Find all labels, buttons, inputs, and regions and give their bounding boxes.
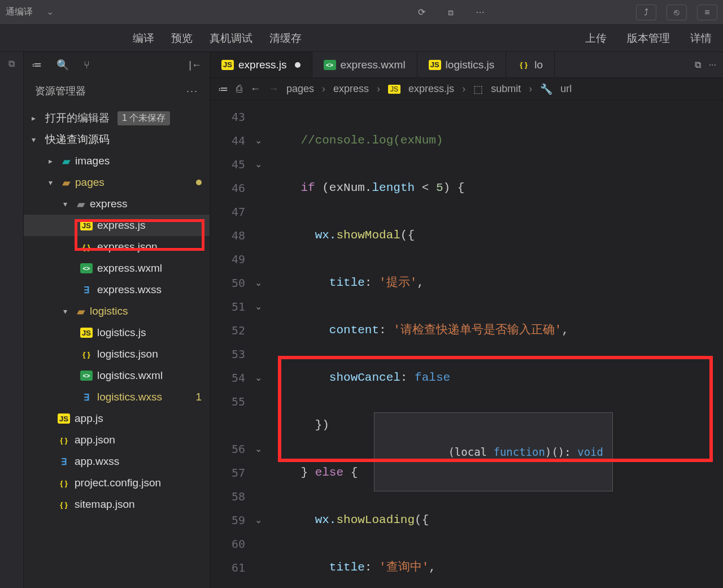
breadcrumb-sep: › bbox=[462, 83, 465, 95]
tab-label: lo bbox=[534, 59, 543, 71]
refresh-icon[interactable]: ⟳ bbox=[412, 3, 430, 21]
tree-folder-logistics[interactable]: ▾ ▰ logistics bbox=[24, 300, 210, 322]
menu-real-debug[interactable]: 真机调试 bbox=[210, 31, 252, 46]
unsaved-badge: 1 个未保存 bbox=[117, 111, 170, 125]
device-icon[interactable]: ⧉ bbox=[0, 52, 23, 76]
more-tabs-icon[interactable]: ··· bbox=[709, 60, 716, 70]
file-label: logistics.json bbox=[97, 348, 158, 360]
tree-file-app-json[interactable]: { } app.json bbox=[24, 429, 210, 451]
file-label: express.json bbox=[97, 241, 158, 253]
window-titlebar: 通编译 ⌄ ⟳ ⧈ ⋯ ⤴ ⎋ ≡ bbox=[0, 0, 723, 25]
chevron-down-icon: ▾ bbox=[49, 178, 58, 187]
crumb-express[interactable]: express bbox=[333, 83, 369, 95]
json-file-icon: { } bbox=[58, 478, 70, 488]
json-file-icon: { } bbox=[80, 242, 93, 252]
open-editors-label: 打开的编辑器 bbox=[45, 111, 110, 125]
folder-open-icon: ▰ bbox=[77, 198, 85, 211]
js-file-icon: JS bbox=[80, 328, 93, 338]
menu-compile[interactable]: 编译 bbox=[133, 31, 154, 46]
json-file-icon: { } bbox=[58, 499, 70, 509]
tab-lo-json[interactable]: { } lo bbox=[506, 52, 555, 77]
file-label: project.config.json bbox=[75, 477, 161, 489]
branch-icon[interactable]: ⑂ bbox=[84, 59, 90, 71]
more-icon[interactable]: ⋯ bbox=[471, 3, 489, 21]
breadcrumb-bar: ≔ ⎙ ← → pages › express › JS express.js … bbox=[210, 78, 723, 101]
file-label: logistics.wxml bbox=[97, 369, 163, 382]
explorer-sidebar: ≔ 🔍 ⑂ |← 资源管理器 ··· ▸ 打开的编辑器 1 个未保存 ▾ 快递查… bbox=[24, 52, 210, 588]
collapse-icon[interactable]: |← bbox=[189, 59, 202, 71]
fold-icon[interactable]: ⌄ bbox=[250, 437, 267, 461]
tree-folder-images[interactable]: ▸ ▰ images bbox=[24, 150, 210, 172]
nav-back-icon[interactable]: ← bbox=[250, 83, 260, 95]
tab-label: express.js bbox=[238, 59, 287, 71]
tree-folder-pages[interactable]: ▾ ▰ pages bbox=[24, 172, 210, 193]
wxss-file-icon: ∃ bbox=[80, 285, 93, 295]
tree-file-project-config[interactable]: { } project.config.json bbox=[24, 472, 210, 494]
tree-file-express-wxml[interactable]: <> express.wxml bbox=[24, 258, 210, 279]
outline-icon[interactable]: ≔ bbox=[218, 83, 228, 95]
action-box-icon[interactable]: ⎋ bbox=[667, 5, 687, 20]
chevron-down-icon: ▾ bbox=[32, 135, 41, 144]
code-content[interactable]: //console.log(exNum) if (exNum.length < … bbox=[267, 101, 723, 588]
search-icon[interactable]: 🔍 bbox=[56, 59, 69, 71]
menu-detail[interactable]: 详情 bbox=[690, 31, 712, 46]
dropdown-icon[interactable]: ⌄ bbox=[46, 6, 54, 18]
fold-icon[interactable]: ⌄ bbox=[250, 129, 267, 153]
fold-icon[interactable]: ⌄ bbox=[250, 271, 267, 295]
tree-root[interactable]: ▾ 快递查询源码 bbox=[24, 129, 210, 150]
chevron-right-icon: ▸ bbox=[32, 114, 41, 123]
tree-file-logistics-js[interactable]: JS logistics.js bbox=[24, 322, 210, 343]
wxml-file-icon: <> bbox=[80, 371, 93, 381]
fold-icon[interactable]: ⌄ bbox=[250, 508, 267, 532]
tree-file-express-wxss[interactable]: ∃ express.wxss bbox=[24, 279, 210, 300]
fold-icon[interactable]: ⌄ bbox=[250, 366, 267, 390]
explorer-title: 资源管理器 bbox=[35, 84, 86, 98]
menu-clear-cache[interactable]: 清缓存 bbox=[269, 31, 302, 46]
menu-upload[interactable]: 上传 bbox=[585, 31, 607, 46]
code-editor[interactable]: 43 44 45 46 47 48 49 50 51 52 53 54 55 5… bbox=[210, 101, 723, 588]
fold-column: ⌄ ⌄ ⌄ ⌄ ⌄ ⌄ ⌄ bbox=[250, 101, 267, 588]
wxml-file-icon: <> bbox=[324, 60, 336, 70]
folder-open-icon: ▰ bbox=[77, 305, 85, 318]
folder-icon: ▰ bbox=[62, 155, 71, 168]
upload-box-icon[interactable]: ⤴ bbox=[636, 5, 656, 20]
explorer-more-icon[interactable]: ··· bbox=[186, 85, 198, 97]
nav-forward-icon[interactable]: → bbox=[268, 83, 278, 95]
layers-icon[interactable]: ⧈ bbox=[442, 3, 460, 21]
file-tree: ▸ 打开的编辑器 1 个未保存 ▾ 快递查询源码 ▸ ▰ images ▾ ▰ … bbox=[24, 104, 210, 515]
crumb-url[interactable]: url bbox=[560, 83, 572, 95]
fold-icon[interactable]: ⌄ bbox=[250, 295, 267, 319]
menu-preview[interactable]: 预览 bbox=[171, 31, 193, 46]
crumb-file[interactable]: express.js bbox=[408, 83, 454, 95]
hover-tooltip: (local function)(): void bbox=[374, 412, 613, 491]
chevron-down-icon: ▾ bbox=[63, 307, 72, 316]
file-label: express.wxss bbox=[97, 284, 162, 296]
crumb-pages[interactable]: pages bbox=[286, 83, 314, 95]
tree-file-logistics-wxss[interactable]: ∃ logistics.wxss 1 bbox=[24, 386, 210, 408]
tab-express-js[interactable]: JS express.js bbox=[210, 52, 312, 77]
list-icon[interactable]: ≔ bbox=[32, 59, 42, 71]
folder-label: pages bbox=[75, 176, 104, 189]
wrench-icon: 🔧 bbox=[540, 83, 552, 95]
tab-express-wxml[interactable]: <> express.wxml bbox=[312, 52, 417, 77]
fold-icon[interactable]: ⌄ bbox=[250, 153, 267, 176]
menu-version[interactable]: 版本管理 bbox=[627, 31, 670, 46]
file-label: express.js bbox=[97, 219, 146, 232]
tree-file-sitemap[interactable]: { } sitemap.json bbox=[24, 494, 210, 515]
wxss-file-icon: ∃ bbox=[80, 392, 93, 402]
split-editor-icon[interactable]: ⧉ bbox=[695, 60, 701, 70]
tree-file-app-wxss[interactable]: ∃ app.wxss bbox=[24, 451, 210, 472]
tree-file-logistics-json[interactable]: { } logistics.json bbox=[24, 343, 210, 365]
crumb-submit[interactable]: submit bbox=[491, 83, 521, 95]
tab-logistics-js[interactable]: JS logistics.js bbox=[417, 52, 507, 77]
tree-folder-express[interactable]: ▾ ▰ express bbox=[24, 193, 210, 215]
tree-file-express-json[interactable]: { } express.json bbox=[24, 236, 210, 258]
tree-file-express-js[interactable]: JS express.js bbox=[24, 215, 210, 236]
menu-box-icon[interactable]: ≡ bbox=[697, 5, 717, 20]
tree-file-app-js[interactable]: JS app.js bbox=[24, 408, 210, 429]
json-file-icon: { } bbox=[80, 349, 93, 359]
bookmark-icon[interactable]: ⎙ bbox=[236, 83, 242, 95]
file-label: app.json bbox=[75, 434, 115, 446]
open-editors-section[interactable]: ▸ 打开的编辑器 1 个未保存 bbox=[24, 107, 210, 129]
tree-file-logistics-wxml[interactable]: <> logistics.wxml bbox=[24, 365, 210, 386]
